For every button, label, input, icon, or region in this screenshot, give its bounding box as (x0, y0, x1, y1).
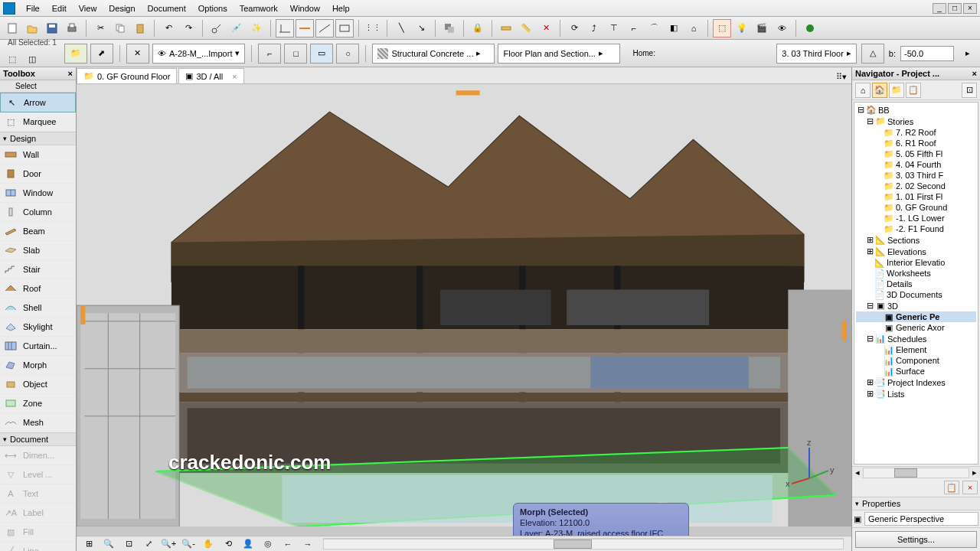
nav-project-icon[interactable]: ⌂ (855, 83, 871, 98)
nav-publisher-icon[interactable]: 📋 (906, 83, 921, 98)
tool-line[interactable]: ╱Line (0, 542, 76, 551)
vb9-icon[interactable]: 👤 (239, 535, 257, 552)
record-icon[interactable] (801, 19, 819, 37)
tool-window[interactable]: Window (0, 184, 76, 203)
copy-icon[interactable] (111, 19, 129, 37)
elevation-icon[interactable]: △ (861, 44, 884, 64)
paste-icon[interactable] (131, 19, 149, 37)
tool-curtain-wall[interactable]: Curtain... (0, 337, 76, 356)
close-icon[interactable]: × (963, 3, 977, 14)
nav-delete-icon[interactable]: × (962, 481, 978, 494)
properties-header[interactable]: Properties (852, 497, 980, 510)
vb1-icon[interactable]: ⊞ (80, 535, 98, 552)
properties-name-input[interactable] (864, 512, 978, 526)
tab-options-icon[interactable]: ⠿▾ (831, 70, 851, 83)
new-icon[interactable] (3, 19, 21, 37)
tool-label[interactable]: ↗ALabel (0, 504, 76, 523)
tool-door[interactable]: Door (0, 165, 76, 184)
menu-design[interactable]: Design (103, 2, 141, 15)
navigator-close-icon[interactable]: × (972, 69, 977, 78)
tool-stair[interactable]: Stair (0, 260, 76, 279)
snap-mode2-icon[interactable] (296, 19, 314, 37)
guide1-icon[interactable]: ╲ (392, 19, 410, 37)
axis-widget-icon[interactable]: z y x (782, 436, 836, 490)
undo-icon[interactable]: ↶ (159, 19, 178, 37)
layer-dropdown[interactable]: 👁 A-28-M_...Import ▾ (152, 44, 246, 64)
edit7-icon[interactable]: ⌂ (684, 19, 703, 37)
open-icon[interactable] (23, 19, 41, 37)
menu-teamwork[interactable]: Teamwork (234, 2, 284, 15)
tool-mesh[interactable]: Mesh (0, 413, 76, 432)
menu-window[interactable]: Window (284, 2, 326, 15)
nav-hscroll[interactable] (863, 468, 969, 478)
grid-icon[interactable]: ⋮⋮ (364, 19, 382, 37)
menu-edit[interactable]: Edit (46, 2, 73, 15)
settings-button[interactable]: Settings... (855, 531, 977, 548)
vb10-icon[interactable]: ◎ (259, 535, 277, 552)
tool-dimension[interactable]: ⟷Dimen... (0, 446, 76, 465)
menu-document[interactable]: Document (142, 2, 192, 15)
navigator-tree[interactable]: ⊟ 🏠BB ⊟ 📁Stories 📁7. R2 Roof 📁6. R1 Roof… (854, 102, 978, 465)
group-icon[interactable] (440, 19, 459, 37)
measure-icon[interactable] (497, 19, 515, 37)
render1-icon[interactable]: ⬚ (713, 19, 731, 37)
magic-wand-icon[interactable]: ✨ (247, 19, 266, 37)
tool-beam[interactable]: Beam (0, 222, 76, 241)
geometry2-icon[interactable]: □ (284, 44, 307, 64)
menu-help[interactable]: Help (326, 2, 356, 15)
render3-icon[interactable]: 🎬 (753, 19, 771, 37)
layer-visibility-icon[interactable]: ✕ (126, 44, 149, 64)
guide2-icon[interactable]: ↘ (412, 19, 430, 37)
tool-text[interactable]: AText (0, 484, 76, 504)
tool-slab[interactable]: Slab (0, 241, 76, 260)
tab-ground-floor[interactable]: 📁0. GF Ground Floor (77, 68, 177, 83)
sel-icon1[interactable]: ⬚ (3, 51, 21, 69)
eyedropper-icon[interactable]: 💉 (227, 19, 246, 37)
3d-viewport[interactable]: Morph (Selected) Elevation: 12100.0 Laye… (77, 84, 851, 536)
render4-icon[interactable]: 👁 (773, 19, 791, 37)
b-value-input[interactable] (900, 46, 954, 61)
snap-mode3-icon[interactable] (315, 19, 334, 37)
lock-icon[interactable]: 🔒 (469, 19, 487, 37)
tool-zone[interactable]: Zone (0, 394, 76, 413)
tool-column[interactable]: Column (0, 203, 76, 222)
nav-viewmap-icon[interactable]: 🏠 (872, 83, 887, 98)
nav-layout-icon[interactable]: 📁 (889, 83, 904, 98)
geometry3-icon[interactable]: ▭ (310, 44, 333, 64)
edit2-icon[interactable]: ⤴ (585, 19, 603, 37)
nav-new-icon[interactable]: 📋 (944, 481, 959, 494)
vb3-icon[interactable]: ⊡ (119, 535, 138, 552)
tool-marquee[interactable]: ⬚Marquee (0, 112, 76, 132)
tool-object[interactable]: Object (0, 375, 76, 394)
cut-icon[interactable]: ✂ (91, 19, 109, 37)
settings-dialog-icon[interactable]: ⬈ (90, 44, 113, 64)
vb12-icon[interactable]: → (299, 535, 317, 552)
tool-level[interactable]: ▽Level ... (0, 465, 76, 484)
print-icon[interactable] (63, 19, 81, 37)
favorites-icon[interactable]: 📁 (64, 44, 87, 64)
tab-3d-all[interactable]: ▣3D / All× (178, 68, 243, 83)
vb5-icon[interactable]: 🔍+ (159, 535, 178, 552)
tool-skylight[interactable]: Skylight (0, 318, 76, 337)
geometry1-icon[interactable]: ⌐ (258, 44, 281, 64)
pen-dropdown[interactable]: Floor Plan and Section... ▸ (498, 44, 620, 64)
toolbox-design-header[interactable]: Design (0, 132, 76, 145)
material-dropdown[interactable]: Structural Concrete ... ▸ (372, 44, 495, 64)
vb8-icon[interactable]: ⟲ (219, 535, 237, 552)
vb6-icon[interactable]: 🔍- (179, 535, 198, 552)
minimize-icon[interactable]: _ (933, 3, 946, 14)
tool-wall[interactable]: Wall (0, 145, 76, 165)
tool-morph[interactable]: Morph (0, 356, 76, 375)
tool-shell[interactable]: Shell (0, 298, 76, 318)
sel-icon2[interactable]: ◫ (23, 51, 41, 69)
redo-icon[interactable]: ↷ (179, 19, 198, 37)
snap-mode1-icon[interactable] (276, 19, 294, 37)
edit1-icon[interactable]: ⟳ (565, 19, 583, 37)
edit4-icon[interactable]: ⌐ (625, 19, 643, 37)
vb11-icon[interactable]: ← (279, 535, 297, 552)
b-stepper-icon[interactable]: ▸ (959, 44, 977, 63)
vb7-icon[interactable]: ✋ (199, 535, 217, 552)
nav-opts-icon[interactable]: ⊡ (962, 83, 977, 98)
menu-view[interactable]: View (73, 2, 103, 15)
toolbox-document-header[interactable]: Document (0, 432, 76, 446)
